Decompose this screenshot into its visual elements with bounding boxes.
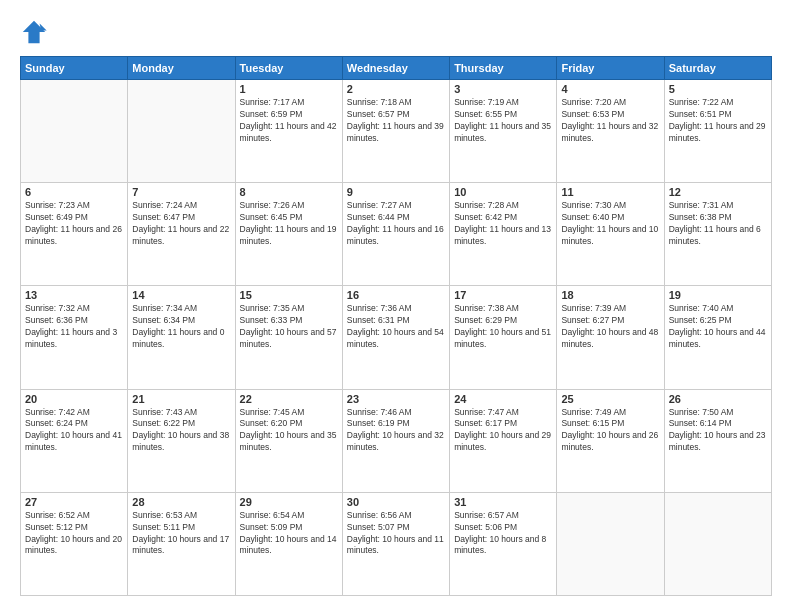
cell-info: Sunrise: 7:27 AM Sunset: 6:44 PM Dayligh… <box>347 200 445 248</box>
day-number: 14 <box>132 289 230 301</box>
logo <box>20 16 50 46</box>
calendar-cell: 18Sunrise: 7:39 AM Sunset: 6:27 PM Dayli… <box>557 286 664 389</box>
calendar-week-4: 27Sunrise: 6:52 AM Sunset: 5:12 PM Dayli… <box>21 492 772 595</box>
cell-info: Sunrise: 7:19 AM Sunset: 6:55 PM Dayligh… <box>454 97 552 145</box>
calendar-cell: 8Sunrise: 7:26 AM Sunset: 6:45 PM Daylig… <box>235 183 342 286</box>
calendar-week-1: 6Sunrise: 7:23 AM Sunset: 6:49 PM Daylig… <box>21 183 772 286</box>
header <box>20 16 772 46</box>
cell-info: Sunrise: 7:39 AM Sunset: 6:27 PM Dayligh… <box>561 303 659 351</box>
day-number: 21 <box>132 393 230 405</box>
day-number: 16 <box>347 289 445 301</box>
calendar-table: SundayMondayTuesdayWednesdayThursdayFrid… <box>20 56 772 596</box>
calendar-cell: 25Sunrise: 7:49 AM Sunset: 6:15 PM Dayli… <box>557 389 664 492</box>
calendar-cell: 29Sunrise: 6:54 AM Sunset: 5:09 PM Dayli… <box>235 492 342 595</box>
calendar-cell: 9Sunrise: 7:27 AM Sunset: 6:44 PM Daylig… <box>342 183 449 286</box>
cell-info: Sunrise: 6:52 AM Sunset: 5:12 PM Dayligh… <box>25 510 123 558</box>
day-number: 11 <box>561 186 659 198</box>
day-number: 12 <box>669 186 767 198</box>
day-number: 26 <box>669 393 767 405</box>
calendar-cell: 14Sunrise: 7:34 AM Sunset: 6:34 PM Dayli… <box>128 286 235 389</box>
calendar-cell: 21Sunrise: 7:43 AM Sunset: 6:22 PM Dayli… <box>128 389 235 492</box>
calendar-cell: 2Sunrise: 7:18 AM Sunset: 6:57 PM Daylig… <box>342 80 449 183</box>
cell-info: Sunrise: 7:50 AM Sunset: 6:14 PM Dayligh… <box>669 407 767 455</box>
day-number: 5 <box>669 83 767 95</box>
calendar-cell: 27Sunrise: 6:52 AM Sunset: 5:12 PM Dayli… <box>21 492 128 595</box>
calendar-cell: 13Sunrise: 7:32 AM Sunset: 6:36 PM Dayli… <box>21 286 128 389</box>
day-number: 10 <box>454 186 552 198</box>
header-day-sunday: Sunday <box>21 57 128 80</box>
day-number: 1 <box>240 83 338 95</box>
calendar-cell <box>128 80 235 183</box>
day-number: 17 <box>454 289 552 301</box>
calendar-cell: 28Sunrise: 6:53 AM Sunset: 5:11 PM Dayli… <box>128 492 235 595</box>
calendar-cell <box>21 80 128 183</box>
day-number: 25 <box>561 393 659 405</box>
cell-info: Sunrise: 7:22 AM Sunset: 6:51 PM Dayligh… <box>669 97 767 145</box>
calendar-cell <box>664 492 771 595</box>
calendar-cell: 26Sunrise: 7:50 AM Sunset: 6:14 PM Dayli… <box>664 389 771 492</box>
day-number: 15 <box>240 289 338 301</box>
day-number: 22 <box>240 393 338 405</box>
day-number: 30 <box>347 496 445 508</box>
calendar-cell: 22Sunrise: 7:45 AM Sunset: 6:20 PM Dayli… <box>235 389 342 492</box>
day-number: 3 <box>454 83 552 95</box>
calendar-cell: 3Sunrise: 7:19 AM Sunset: 6:55 PM Daylig… <box>450 80 557 183</box>
calendar-cell: 6Sunrise: 7:23 AM Sunset: 6:49 PM Daylig… <box>21 183 128 286</box>
cell-info: Sunrise: 7:46 AM Sunset: 6:19 PM Dayligh… <box>347 407 445 455</box>
header-day-wednesday: Wednesday <box>342 57 449 80</box>
cell-info: Sunrise: 7:28 AM Sunset: 6:42 PM Dayligh… <box>454 200 552 248</box>
calendar-week-2: 13Sunrise: 7:32 AM Sunset: 6:36 PM Dayli… <box>21 286 772 389</box>
calendar-week-3: 20Sunrise: 7:42 AM Sunset: 6:24 PM Dayli… <box>21 389 772 492</box>
cell-info: Sunrise: 7:42 AM Sunset: 6:24 PM Dayligh… <box>25 407 123 455</box>
cell-info: Sunrise: 7:20 AM Sunset: 6:53 PM Dayligh… <box>561 97 659 145</box>
calendar-cell: 20Sunrise: 7:42 AM Sunset: 6:24 PM Dayli… <box>21 389 128 492</box>
header-day-saturday: Saturday <box>664 57 771 80</box>
cell-info: Sunrise: 7:30 AM Sunset: 6:40 PM Dayligh… <box>561 200 659 248</box>
cell-info: Sunrise: 7:49 AM Sunset: 6:15 PM Dayligh… <box>561 407 659 455</box>
day-number: 27 <box>25 496 123 508</box>
calendar-cell: 4Sunrise: 7:20 AM Sunset: 6:53 PM Daylig… <box>557 80 664 183</box>
calendar-cell: 19Sunrise: 7:40 AM Sunset: 6:25 PM Dayli… <box>664 286 771 389</box>
day-number: 9 <box>347 186 445 198</box>
day-number: 29 <box>240 496 338 508</box>
header-day-monday: Monday <box>128 57 235 80</box>
calendar-cell: 30Sunrise: 6:56 AM Sunset: 5:07 PM Dayli… <box>342 492 449 595</box>
cell-info: Sunrise: 7:45 AM Sunset: 6:20 PM Dayligh… <box>240 407 338 455</box>
day-number: 8 <box>240 186 338 198</box>
cell-info: Sunrise: 7:31 AM Sunset: 6:38 PM Dayligh… <box>669 200 767 248</box>
cell-info: Sunrise: 6:53 AM Sunset: 5:11 PM Dayligh… <box>132 510 230 558</box>
calendar-cell: 12Sunrise: 7:31 AM Sunset: 6:38 PM Dayli… <box>664 183 771 286</box>
calendar-cell: 23Sunrise: 7:46 AM Sunset: 6:19 PM Dayli… <box>342 389 449 492</box>
day-number: 23 <box>347 393 445 405</box>
calendar-cell: 5Sunrise: 7:22 AM Sunset: 6:51 PM Daylig… <box>664 80 771 183</box>
calendar-cell <box>557 492 664 595</box>
cell-info: Sunrise: 7:38 AM Sunset: 6:29 PM Dayligh… <box>454 303 552 351</box>
cell-info: Sunrise: 6:57 AM Sunset: 5:06 PM Dayligh… <box>454 510 552 558</box>
cell-info: Sunrise: 7:23 AM Sunset: 6:49 PM Dayligh… <box>25 200 123 248</box>
cell-info: Sunrise: 7:17 AM Sunset: 6:59 PM Dayligh… <box>240 97 338 145</box>
cell-info: Sunrise: 7:43 AM Sunset: 6:22 PM Dayligh… <box>132 407 230 455</box>
header-day-friday: Friday <box>557 57 664 80</box>
day-number: 13 <box>25 289 123 301</box>
day-number: 28 <box>132 496 230 508</box>
day-number: 4 <box>561 83 659 95</box>
cell-info: Sunrise: 7:32 AM Sunset: 6:36 PM Dayligh… <box>25 303 123 351</box>
day-number: 20 <box>25 393 123 405</box>
calendar-cell: 11Sunrise: 7:30 AM Sunset: 6:40 PM Dayli… <box>557 183 664 286</box>
day-number: 2 <box>347 83 445 95</box>
cell-info: Sunrise: 7:36 AM Sunset: 6:31 PM Dayligh… <box>347 303 445 351</box>
svg-marker-0 <box>23 21 45 43</box>
day-number: 6 <box>25 186 123 198</box>
calendar-cell: 31Sunrise: 6:57 AM Sunset: 5:06 PM Dayli… <box>450 492 557 595</box>
header-day-thursday: Thursday <box>450 57 557 80</box>
cell-info: Sunrise: 7:35 AM Sunset: 6:33 PM Dayligh… <box>240 303 338 351</box>
calendar-cell: 15Sunrise: 7:35 AM Sunset: 6:33 PM Dayli… <box>235 286 342 389</box>
day-number: 19 <box>669 289 767 301</box>
cell-info: Sunrise: 6:56 AM Sunset: 5:07 PM Dayligh… <box>347 510 445 558</box>
calendar-cell: 1Sunrise: 7:17 AM Sunset: 6:59 PM Daylig… <box>235 80 342 183</box>
page: SundayMondayTuesdayWednesdayThursdayFrid… <box>0 0 792 612</box>
logo-icon <box>20 18 48 46</box>
day-number: 24 <box>454 393 552 405</box>
cell-info: Sunrise: 7:34 AM Sunset: 6:34 PM Dayligh… <box>132 303 230 351</box>
calendar-week-0: 1Sunrise: 7:17 AM Sunset: 6:59 PM Daylig… <box>21 80 772 183</box>
